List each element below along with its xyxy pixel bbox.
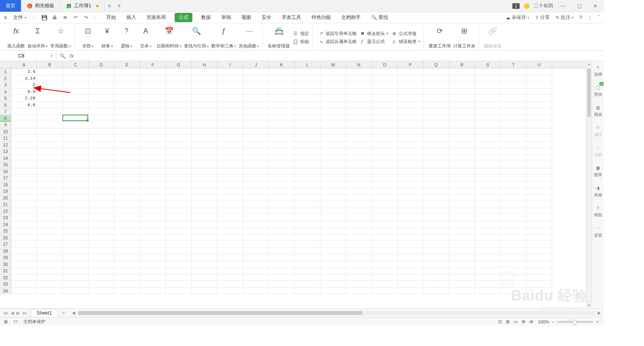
row-header-9[interactable]: 9: [0, 122, 11, 128]
cell-T17[interactable]: [501, 175, 526, 181]
cell-E27[interactable]: [114, 241, 140, 248]
cell-I9[interactable]: [217, 122, 243, 128]
cell-O23[interactable]: [372, 214, 398, 221]
menu-tab-4[interactable]: 数据: [200, 13, 213, 22]
cell-N8[interactable]: [346, 115, 372, 122]
cell-B7[interactable]: [37, 108, 63, 115]
cell-A10[interactable]: [11, 128, 37, 135]
cell-F31[interactable]: [140, 268, 166, 274]
cell-O18[interactable]: [372, 181, 398, 188]
datetime-button[interactable]: 📅日期和时间▾: [157, 26, 182, 49]
sheet-last-button[interactable]: ⏭: [23, 310, 27, 316]
cell-F28[interactable]: [140, 248, 166, 255]
menu-tab-7[interactable]: 安全: [260, 13, 273, 22]
name-manager-button[interactable]: 📇名称管理器: [268, 26, 290, 49]
cell-H28[interactable]: [192, 248, 217, 255]
cell-J14[interactable]: [243, 155, 269, 162]
cell-P23[interactable]: [398, 214, 423, 221]
col-header-Q[interactable]: Q: [423, 61, 449, 68]
cell-A21[interactable]: [11, 201, 37, 208]
search-icon[interactable]: 🔍: [60, 53, 66, 59]
cell-G31[interactable]: [166, 268, 192, 274]
scroll-right-button[interactable]: ▶: [597, 311, 602, 315]
cell-S12[interactable]: [475, 142, 501, 148]
maximize-button[interactable]: ▢: [573, 0, 585, 12]
cell-Q12[interactable]: [423, 142, 449, 148]
cell-P1[interactable]: [398, 68, 423, 75]
cell-U18[interactable]: [526, 181, 552, 188]
cell-R5[interactable]: [449, 95, 475, 102]
cell-A22[interactable]: [11, 208, 37, 215]
cell-A11[interactable]: [11, 135, 37, 142]
cell-O22[interactable]: [372, 208, 398, 215]
cell-Q24[interactable]: [423, 221, 449, 228]
cell-H31[interactable]: [192, 268, 217, 274]
cell-J26[interactable]: [243, 235, 269, 241]
minimize-button[interactable]: —: [557, 0, 569, 12]
cell-D4[interactable]: [89, 89, 114, 95]
horizontal-scrollbar[interactable]: ◀ ▶: [69, 311, 604, 315]
cell-M20[interactable]: [320, 195, 346, 202]
cell-B23[interactable]: [37, 214, 63, 221]
cell-H1[interactable]: [192, 68, 217, 75]
cell-L8[interactable]: [295, 115, 320, 122]
sheet-next-button[interactable]: ▶: [17, 310, 20, 316]
cell-S31[interactable]: [475, 268, 501, 274]
cell-T18[interactable]: [501, 181, 526, 188]
cell-R17[interactable]: [449, 175, 475, 181]
cell-L9[interactable]: [295, 122, 320, 128]
cell-L27[interactable]: [295, 241, 320, 248]
cell-B10[interactable]: [37, 128, 63, 135]
cell-A4[interactable]: 9.5: [11, 89, 37, 95]
text-fn-button[interactable]: A文本▾: [137, 26, 154, 49]
scroll-up-button[interactable]: ▴: [586, 61, 592, 67]
cell-O15[interactable]: [372, 161, 398, 168]
cell-R3[interactable]: [449, 82, 475, 89]
cell-O11[interactable]: [372, 135, 398, 142]
cell-A8[interactable]: [11, 115, 37, 122]
cell-J8[interactable]: [243, 115, 269, 122]
cell-E33[interactable]: [114, 281, 140, 288]
cell-T23[interactable]: [501, 214, 526, 221]
cell-C3[interactable]: [63, 82, 89, 89]
cell-B16[interactable]: [37, 168, 63, 175]
cell-F30[interactable]: [140, 261, 166, 268]
cell-U31[interactable]: [526, 268, 552, 274]
cell-P17[interactable]: [398, 175, 423, 181]
cell-Q18[interactable]: [423, 181, 449, 188]
cell-L24[interactable]: [295, 221, 320, 228]
cell-U15[interactable]: [526, 161, 552, 168]
cell-S16[interactable]: [475, 168, 501, 175]
cell-B3[interactable]: [37, 82, 63, 89]
cell-L29[interactable]: [295, 254, 320, 261]
cell-P12[interactable]: [398, 142, 423, 148]
cell-U16[interactable]: [526, 168, 552, 175]
cell-J22[interactable]: [243, 208, 269, 215]
cell-I34[interactable]: [217, 288, 243, 295]
cell-T29[interactable]: [501, 254, 526, 261]
col-header-O[interactable]: O: [372, 61, 398, 68]
recalc-workbook-button[interactable]: ⟳重算工作簿: [429, 26, 451, 49]
cell-F22[interactable]: [140, 208, 166, 215]
cell-M26[interactable]: [320, 235, 346, 241]
row-header-15[interactable]: 15: [0, 161, 11, 168]
cell-F23[interactable]: [140, 214, 166, 221]
cell-I20[interactable]: [217, 195, 243, 202]
cell-N31[interactable]: [346, 268, 372, 274]
cell-J11[interactable]: [243, 135, 269, 142]
user-name[interactable]: 二十有四: [534, 2, 553, 9]
cell-K23[interactable]: [269, 214, 295, 221]
cell-I1[interactable]: [217, 68, 243, 75]
cell-D5[interactable]: [89, 95, 114, 102]
logical-button[interactable]: ?逻辑▾: [118, 26, 135, 49]
cell-C27[interactable]: [63, 241, 89, 248]
cell-S28[interactable]: [475, 248, 501, 255]
cell-F32[interactable]: [140, 274, 166, 281]
cell-M1[interactable]: [320, 68, 346, 75]
cell-U26[interactable]: [526, 235, 552, 241]
cell-C12[interactable]: [63, 142, 89, 148]
cell-L23[interactable]: [295, 214, 320, 221]
cell-K33[interactable]: [269, 281, 295, 288]
cell-L34[interactable]: [295, 288, 320, 295]
cell-K16[interactable]: [269, 168, 295, 175]
